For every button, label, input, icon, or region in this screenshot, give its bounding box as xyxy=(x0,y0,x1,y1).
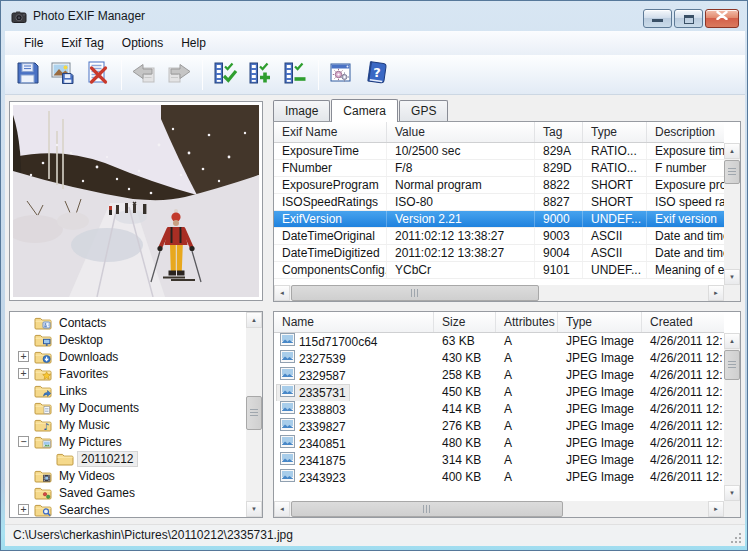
scroll-down-button[interactable]: ▼ xyxy=(246,501,262,517)
file-row[interactable]: 2340851480 KBAJPEG Image4/26/2011 12: xyxy=(274,435,724,452)
exif-cell: ExifVersion xyxy=(274,211,387,227)
tab-image[interactable]: Image xyxy=(273,100,330,121)
menu-item-help[interactable]: Help xyxy=(172,33,215,53)
file-cell: 2340851 xyxy=(274,435,434,452)
delete-exif-button[interactable] xyxy=(81,58,114,91)
file-cell: 63 KB xyxy=(434,333,496,350)
save-button[interactable] xyxy=(11,58,44,91)
title-bar[interactable]: Photo EXIF Manager xyxy=(1,1,747,31)
videos-folder-icon xyxy=(34,469,52,483)
tree-item-downloads[interactable]: +Downloads xyxy=(10,348,246,365)
expand-icon[interactable]: + xyxy=(18,504,29,515)
games-folder-icon xyxy=(34,486,52,500)
file-row[interactable]: 2327539430 KBAJPEG Image4/26/2011 12: xyxy=(274,350,724,367)
toolbar-separator xyxy=(121,60,122,90)
tree-item-links[interactable]: Links xyxy=(10,382,246,399)
exif-cell: UNDEF... xyxy=(583,211,647,227)
save-image-button[interactable] xyxy=(46,58,79,91)
exif-row[interactable]: ExifVersionVersion 2.219000UNDEF...Exif … xyxy=(274,211,724,228)
tree-item-saved-games[interactable]: Saved Games xyxy=(10,484,246,501)
file-row[interactable]: 2341875314 KBAJPEG Image4/26/2011 12: xyxy=(274,452,724,469)
file-column-header[interactable]: Attributes xyxy=(496,312,558,332)
exif-cell: Date and time of xyxy=(647,228,724,244)
file-row[interactable]: 2339827276 KBAJPEG Image4/26/2011 12: xyxy=(274,418,724,435)
file-name: 2327539 xyxy=(277,351,349,367)
menu-item-exif-tag[interactable]: Exif Tag xyxy=(52,33,112,53)
expand-icon[interactable]: + xyxy=(18,368,29,379)
file-column-header[interactable]: Size xyxy=(434,312,496,332)
file-row[interactable]: 2338803414 KBAJPEG Image4/26/2011 12: xyxy=(274,401,724,418)
tree-item-my-music[interactable]: ♪My Music xyxy=(10,416,246,433)
tree-item-my-pictures[interactable]: −My Pictures xyxy=(10,433,246,450)
file-row[interactable]: 2329587258 KBAJPEG Image4/26/2011 12: xyxy=(274,367,724,384)
scroll-down-button[interactable]: ▼ xyxy=(724,485,740,501)
file-row[interactable]: 2343923400 KBAJPEG Image4/26/2011 12: xyxy=(274,469,724,486)
file-cell: 450 KB xyxy=(434,384,496,401)
file-column-header[interactable]: Created xyxy=(642,312,741,332)
film-plus-icon xyxy=(247,60,273,90)
tree-item-favorites[interactable]: +Favorites xyxy=(10,365,246,382)
scroll-up-button[interactable]: ▲ xyxy=(246,312,262,328)
file-column-header[interactable]: Type xyxy=(558,312,642,332)
tree-item-searches[interactable]: +Searches xyxy=(10,501,246,517)
scroll-left-button[interactable]: ◄ xyxy=(274,501,290,517)
exif-remove-button[interactable] xyxy=(278,58,311,91)
tree-item-my-videos[interactable]: My Videos xyxy=(10,467,246,484)
expand-icon[interactable]: + xyxy=(18,351,29,362)
file-horizontal-scrollbar[interactable]: ◄ ► xyxy=(274,501,724,517)
scroll-right-button[interactable]: ► xyxy=(708,285,724,301)
tab-camera[interactable]: Camera xyxy=(331,99,398,122)
scroll-thumb[interactable] xyxy=(724,160,740,184)
scroll-right-button[interactable]: ► xyxy=(708,501,724,517)
help-button[interactable]: ? xyxy=(359,58,392,91)
exif-cell: 2011:02:12 13:38:27 xyxy=(387,228,535,244)
exif-row[interactable]: DateTimeOriginal2011:02:12 13:38:279003A… xyxy=(274,228,724,245)
exif-column-header[interactable]: Description xyxy=(647,122,741,142)
exif-row[interactable]: FNumberF/8829DRATIO...F number xyxy=(274,160,724,177)
scroll-thumb[interactable] xyxy=(291,285,539,301)
scroll-left-button[interactable]: ◄ xyxy=(274,285,290,301)
menu-item-file[interactable]: File xyxy=(15,33,52,53)
exif-column-header[interactable]: Exif Name xyxy=(274,122,387,142)
exif-row[interactable]: DateTimeDigitized2011:02:12 13:38:279004… xyxy=(274,245,724,262)
exif-validate-button[interactable] xyxy=(208,58,241,91)
file-row[interactable]: 2335731450 KBAJPEG Image4/26/2011 12: xyxy=(274,384,724,401)
exif-column-header[interactable]: Value xyxy=(387,122,535,142)
tree-item-my-documents[interactable]: My Documents xyxy=(10,399,246,416)
exif-row[interactable]: ExposureProgramNormal program8822SHORTEx… xyxy=(274,177,724,194)
scroll-up-button[interactable]: ▲ xyxy=(724,143,740,159)
exif-cell: UNDEF... xyxy=(583,262,647,278)
exif-row[interactable]: ISOSpeedRatingsISO-808827SHORTISO speed … xyxy=(274,194,724,211)
tree-vertical-scrollbar[interactable]: ▲ ▼ xyxy=(246,312,262,517)
tree-item-desktop[interactable]: Desktop xyxy=(10,331,246,348)
scroll-thumb[interactable] xyxy=(724,350,740,380)
tree-item-contacts[interactable]: Contacts xyxy=(10,314,246,331)
scroll-up-button[interactable]: ▲ xyxy=(724,333,740,349)
exif-row[interactable]: ExposureTime10/2500 sec829ARATIO...Expos… xyxy=(274,143,724,160)
resize-grip[interactable] xyxy=(730,531,743,544)
close-button[interactable] xyxy=(705,9,739,28)
options-button[interactable] xyxy=(324,58,357,91)
exif-cell: 2011:02:12 13:38:27 xyxy=(387,245,535,261)
menu-item-options[interactable]: Options xyxy=(113,33,172,53)
folder-tree-body: ContactsDesktop+Downloads+FavoritesLinks… xyxy=(10,314,246,517)
jpeg-file-icon xyxy=(280,401,295,418)
exif-table-header: Exif NameValueTagTypeDescription xyxy=(274,122,724,143)
file-row[interactable]: 115d71700c6463 KBAJPEG Image4/26/2011 12… xyxy=(274,333,724,350)
scroll-thumb[interactable] xyxy=(246,396,262,430)
scroll-down-button[interactable]: ▼ xyxy=(724,269,740,285)
tab-gps[interactable]: GPS xyxy=(399,100,448,121)
file-vertical-scrollbar[interactable]: ▲ ▼ xyxy=(724,333,740,501)
exif-column-header[interactable]: Type xyxy=(583,122,647,142)
exif-column-header[interactable]: Tag xyxy=(535,122,583,142)
scroll-thumb[interactable] xyxy=(291,501,563,517)
exif-vertical-scrollbar[interactable]: ▲ ▼ xyxy=(724,143,740,285)
collapse-icon[interactable]: − xyxy=(18,436,29,447)
exif-add-button[interactable] xyxy=(243,58,276,91)
file-column-header[interactable]: Name xyxy=(274,312,434,332)
exif-horizontal-scrollbar[interactable]: ◄ ► xyxy=(274,285,724,301)
minimize-button[interactable] xyxy=(643,9,672,28)
tree-item-20110212[interactable]: 20110212 xyxy=(10,450,246,467)
exif-row[interactable]: ComponentsConfig...YCbCr9101UNDEF...Mean… xyxy=(274,262,724,279)
maximize-button[interactable] xyxy=(674,9,703,28)
